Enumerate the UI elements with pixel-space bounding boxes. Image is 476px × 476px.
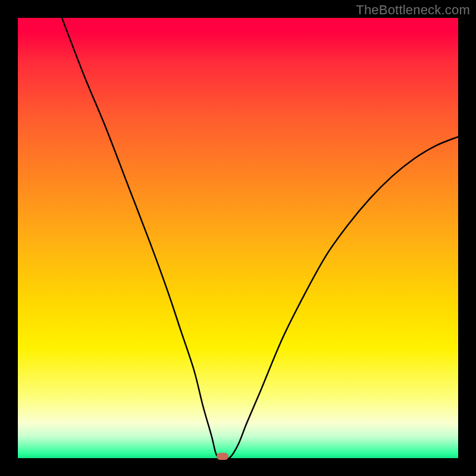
bottleneck-curve <box>18 18 458 458</box>
chart-frame: TheBottleneck.com <box>0 0 476 476</box>
plot-area <box>18 18 458 458</box>
optimum-marker <box>217 453 228 460</box>
watermark-text: TheBottleneck.com <box>356 2 470 18</box>
